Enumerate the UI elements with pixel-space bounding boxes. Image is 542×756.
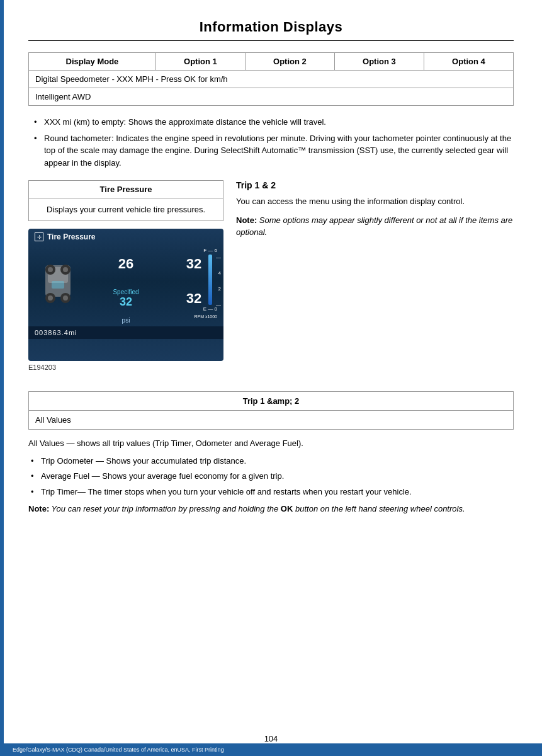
bottom-note-bold: OK bbox=[281, 504, 293, 513]
image-caption: E194203 bbox=[28, 364, 223, 371]
car-image bbox=[36, 246, 80, 316]
specified-label: Specified bbox=[113, 289, 138, 295]
page-title: Information Displays bbox=[28, 19, 514, 35]
car-svg bbox=[39, 256, 77, 306]
tire-pressure-header: Tire Pressure bbox=[29, 181, 223, 198]
col-header-option2: Option 2 bbox=[245, 53, 334, 71]
display-mode-table: Display Mode Option 1 Option 2 Option 3 … bbox=[28, 52, 514, 106]
footer-bar: Edge/Galaxy/S-MAX (CDQ) Canada/United St… bbox=[0, 743, 542, 756]
table-row: Digital Speedometer - XXX MPH - Press OK… bbox=[29, 71, 514, 88]
tire-display-header: ⊹ Tire Pressure bbox=[28, 229, 223, 245]
table-row: Intelligent AWD bbox=[29, 88, 514, 106]
trip-amp-body: All Values bbox=[29, 411, 514, 430]
page-footer: 104 bbox=[0, 734, 542, 743]
bottom-note-label: Note: bbox=[28, 504, 49, 513]
rpm-label: RPM x1000 bbox=[183, 314, 217, 319]
bottom-bullet-list: Trip Odometer — Shows your accumulated t… bbox=[28, 455, 514, 498]
trip-amp-header: Trip 1 &amp; 2 bbox=[29, 392, 514, 411]
note-label: Note: bbox=[236, 215, 257, 225]
bottom-note: Note: You can reset your trip informatio… bbox=[28, 503, 514, 515]
gauge-area: F — 6 — 4 2 — E — 0 RPM x1000 bbox=[183, 248, 217, 336]
note-content: Some options may appear slightly differe… bbox=[236, 215, 512, 238]
left-accent bbox=[0, 0, 4, 756]
tire-pressure-body: Displays your current vehicle tire press… bbox=[29, 198, 223, 221]
bullet-trip-timer: Trip Timer— The timer stops when you tur… bbox=[28, 486, 514, 498]
odometer-value: 003863.4mi bbox=[35, 329, 77, 336]
col-right: Trip 1 & 2 You can access the menu using… bbox=[236, 180, 514, 380]
row-digital-speedometer: Digital Speedometer - XXX MPH - Press OK… bbox=[29, 71, 514, 88]
row-intelligent-awd: Intelligent AWD bbox=[29, 88, 514, 106]
bullet-average-fuel: Average Fuel — Shows your average fuel e… bbox=[28, 470, 514, 483]
col-header-display-mode: Display Mode bbox=[29, 53, 156, 71]
svg-point-9 bbox=[63, 267, 68, 272]
trip-heading: Trip 1 & 2 bbox=[236, 180, 514, 190]
trip-amp-table: Trip 1 &amp; 2 All Values bbox=[28, 391, 514, 430]
tire-display-title: Tire Pressure bbox=[47, 232, 96, 241]
footer-bar-text: Edge/Galaxy/S-MAX (CDQ) Canada/United St… bbox=[13, 747, 224, 753]
bullet-item-2: Round tachometer: Indicates the engine s… bbox=[31, 132, 514, 169]
trip-body: You can access the menu using the inform… bbox=[236, 195, 514, 208]
title-divider bbox=[28, 40, 514, 41]
col-header-option3: Option 3 bbox=[334, 53, 424, 71]
trip-note: Note: Some options may appear slightly d… bbox=[236, 214, 514, 239]
svg-point-8 bbox=[48, 267, 53, 272]
tire-fl: 26 bbox=[80, 246, 172, 281]
col-left: Tire Pressure Displays your current vehi… bbox=[28, 180, 223, 380]
svg-point-5 bbox=[63, 295, 68, 301]
tire-rl: Specified 32 bbox=[80, 281, 172, 316]
bottom-note-text2: button on the left hand steering wheel c… bbox=[295, 504, 465, 513]
specified-value: 32 bbox=[120, 295, 132, 309]
bullet-trip-odometer: Trip Odometer — Shows your accumulated t… bbox=[28, 455, 514, 467]
all-values-intro: All Values — shows all trip values (Trip… bbox=[28, 437, 514, 450]
move-icon: ⊹ bbox=[35, 232, 43, 241]
tire-display-image: ⊹ Tire Pressure 26 bbox=[28, 229, 223, 361]
tire-pressure-table: Tire Pressure Displays your current vehi… bbox=[28, 180, 223, 221]
svg-point-4 bbox=[48, 295, 53, 301]
bottom-note-text1: You can reset your trip information by p… bbox=[52, 504, 279, 513]
two-col-section: Tire Pressure Displays your current vehi… bbox=[28, 180, 514, 380]
svg-rect-10 bbox=[52, 281, 64, 289]
col-header-option4: Option 4 bbox=[424, 53, 513, 71]
page-number: 104 bbox=[264, 734, 278, 743]
bullet-section: XXX mi (km) to empty: Shows the approxim… bbox=[28, 116, 514, 169]
bottom-section: All Values — shows all trip values (Trip… bbox=[28, 437, 514, 515]
col-header-option1: Option 1 bbox=[155, 53, 245, 71]
bullet-item-1: XXX mi (km) to empty: Shows the approxim… bbox=[31, 116, 514, 129]
